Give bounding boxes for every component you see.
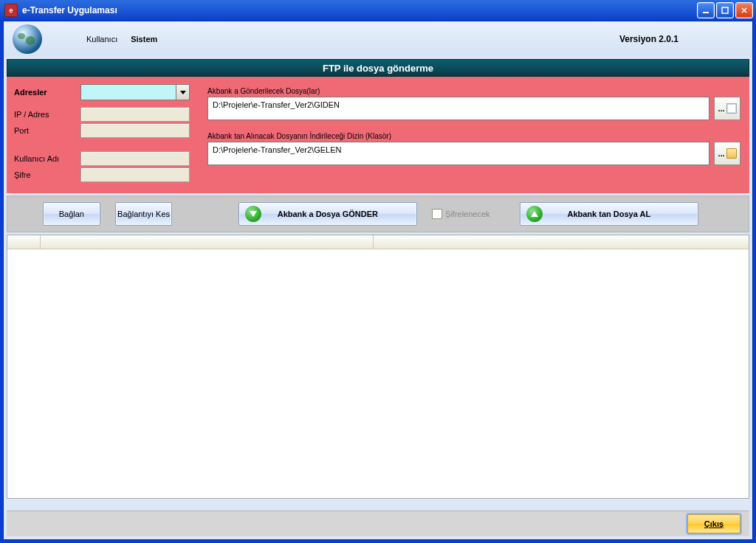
addresses-label: Adresler: [14, 88, 80, 97]
menu-system[interactable]: Sistem: [131, 35, 157, 44]
exit-button[interactable]: Çıkış: [687, 514, 740, 533]
table-col-2[interactable]: [41, 235, 374, 249]
ellipsis-label: ...: [718, 149, 724, 158]
close-button[interactable]: [735, 2, 753, 18]
chevron-down-icon: [180, 91, 186, 94]
username-label: Kullanıcı Adı: [14, 154, 80, 163]
password-input[interactable]: [80, 167, 190, 182]
encrypt-checkbox-wrap[interactable]: Şifrelenecek: [432, 209, 490, 219]
document-icon: [726, 103, 737, 114]
arrow-up-icon: [526, 206, 543, 222]
log-table[interactable]: [7, 235, 749, 499]
table-col-3[interactable]: [374, 235, 749, 249]
title-bar[interactable]: e e-Transfer Uygulaması: [0, 0, 756, 21]
send-files-label: Akbank a Gönderilecek Dosya(lar): [207, 87, 740, 95]
addresses-combo[interactable]: [80, 84, 190, 100]
action-bar: Bağlan Bağlantıyı Kes Akbank a Dosya GÖN…: [7, 196, 749, 232]
version-label: Versiyon 2.0.1: [619, 34, 678, 44]
browse-recv-button[interactable]: ...: [714, 142, 740, 165]
table-col-1[interactable]: [7, 235, 41, 249]
main-menu: Kullanıcı Sistem: [86, 35, 157, 44]
minimize-button[interactable]: [697, 2, 715, 18]
send-file-button[interactable]: Akbank a Dosya GÖNDER: [238, 202, 417, 226]
port-input[interactable]: [80, 123, 190, 138]
ip-input[interactable]: [80, 107, 190, 122]
port-label: Port: [14, 126, 80, 135]
window-title: e-Transfer Uygulaması: [22, 5, 117, 15]
svg-rect-0: [703, 12, 709, 13]
app-window: e e-Transfer Uygulaması Kullanıcı Sistem…: [0, 0, 756, 543]
folder-icon: [726, 148, 737, 159]
ip-label: IP / Adres: [14, 110, 80, 119]
combo-dropdown-button[interactable]: [176, 85, 189, 100]
globe-icon: [13, 24, 42, 54]
disconnect-button[interactable]: Bağlantıyı Kes: [115, 202, 173, 226]
encrypt-label: Şifrelenecek: [445, 210, 490, 218]
receive-file-button[interactable]: Akbank tan Dosya AL: [520, 202, 698, 226]
ftp-form: Adresler IP / Adres Port Kullanıcı Adı: [7, 77, 749, 193]
browse-send-button[interactable]: ...: [714, 97, 740, 120]
window-controls: [697, 2, 753, 18]
maximize-button[interactable]: [716, 2, 734, 18]
encrypt-checkbox[interactable]: [432, 209, 442, 219]
arrow-down-icon: [245, 206, 261, 222]
recv-path-input[interactable]: D:\Projeler\e-Transfer_Ver2\GELEN: [207, 142, 709, 165]
footer-bar: Çıkış: [7, 511, 749, 536]
menu-user[interactable]: Kullanıcı: [86, 35, 117, 44]
svg-rect-1: [722, 7, 728, 13]
connect-button[interactable]: Bağlan: [43, 202, 100, 226]
app-icon: e: [4, 4, 18, 17]
username-input[interactable]: [80, 151, 190, 166]
section-title: FTP ile dosya gönderme: [7, 59, 749, 77]
ellipsis-label: ...: [718, 104, 724, 113]
send-path-input[interactable]: D:\Projeler\e-Transfer_Ver2\GIDEN: [207, 97, 709, 120]
client-area: Kullanıcı Sistem Versiyon 2.0.1 FTP ile …: [3, 21, 753, 540]
table-header: [7, 235, 749, 249]
password-label: Şifre: [14, 170, 80, 179]
recv-dir-label: Akbank tan Alınacak Dosyanın İndirileceğ…: [207, 132, 740, 140]
header-bar: Kullanıcı Sistem Versiyon 2.0.1: [4, 21, 752, 57]
